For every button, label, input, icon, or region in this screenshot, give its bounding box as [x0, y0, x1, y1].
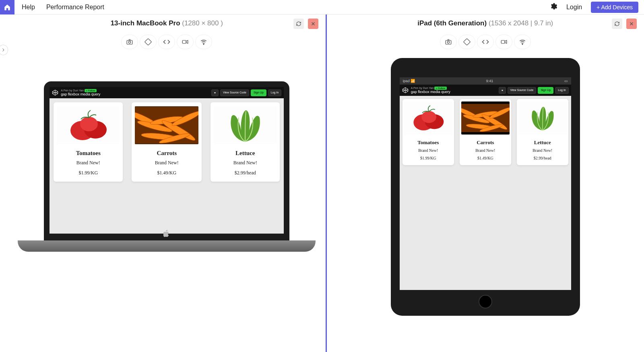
device-name: 13-inch MacBook Pro — [111, 19, 182, 27]
product-card: Lettuce Brand New! $2.99/head — [517, 99, 568, 165]
rotate-button[interactable] — [458, 35, 475, 49]
wifi-icon: 📶 — [411, 79, 415, 83]
pane-title: iPad (6th Generation) (1536 x 2048 | 9.7… — [327, 19, 644, 27]
network-button[interactable] — [195, 35, 212, 49]
heart-button[interactable] — [211, 89, 219, 96]
inspect-button[interactable] — [158, 35, 175, 49]
status-time: 9:41 — [486, 79, 493, 83]
home-icon — [4, 4, 11, 11]
product-image — [461, 101, 510, 135]
svg-marker-28 — [505, 40, 507, 43]
device-dimensions: (1536 x 2048 | 9.7 in) — [489, 19, 553, 27]
view-source-button[interactable]: View Source Code — [220, 89, 249, 96]
product-image — [214, 106, 277, 144]
refresh-button[interactable] — [293, 19, 304, 29]
network-button[interactable] — [514, 35, 531, 49]
product-name: Tomatoes — [76, 150, 101, 157]
product-name: Lettuce — [235, 150, 255, 157]
product-image — [135, 106, 198, 144]
macbook-viewport: Tomatoes Brand New! $1.99/KG — [50, 98, 284, 234]
codepen-bar: A Pen by Dun Yan + Follow gap flexbox me… — [400, 85, 571, 96]
chevron-right-icon — [1, 48, 6, 52]
codepen-icon — [402, 87, 409, 93]
codepen-author: A Pen by Dun Yan — [411, 87, 434, 89]
product-image — [57, 106, 120, 144]
product-image — [518, 101, 567, 135]
product-name: Carrots — [157, 150, 177, 157]
screenshot-button[interactable] — [121, 35, 138, 49]
svg-rect-5 — [183, 40, 186, 43]
svg-point-25 — [447, 41, 449, 43]
codepen-title: gap flexbox media query — [411, 90, 450, 94]
nav-help[interactable]: Help — [22, 4, 35, 11]
follow-button[interactable]: + Follow — [434, 87, 447, 90]
follow-button[interactable]: + Follow — [85, 89, 97, 92]
product-price: $2.99/head — [235, 170, 256, 176]
add-devices-button[interactable]: + Add Devices — [591, 2, 638, 13]
ipad-home-button[interactable] — [479, 295, 492, 309]
product-name: Lettuce — [534, 139, 551, 146]
pane-title: 13-inch MacBook Pro (1280 × 800 ) — [8, 19, 326, 27]
apple-logo-icon — [163, 230, 170, 239]
settings-button[interactable] — [549, 2, 557, 12]
product-card: Carrots Brand New! $1.49/KG — [460, 99, 511, 165]
sidebar-expand-button[interactable] — [0, 45, 8, 55]
heart-icon — [502, 89, 503, 92]
product-card: Tomatoes Brand New! $1.99/KG — [54, 102, 123, 182]
refresh-button[interactable] — [612, 19, 622, 29]
home-button[interactable] — [0, 0, 14, 14]
record-button[interactable] — [495, 35, 512, 49]
product-price: $2.99/head — [534, 156, 551, 160]
product-badge: Brand New! — [155, 160, 179, 166]
macbook-mock: A Pen by Dun Yan + Follow gap flexbox me… — [18, 81, 316, 252]
close-pane-button[interactable] — [626, 19, 637, 29]
login-button[interactable]: Log In — [555, 87, 568, 94]
product-name: Tomatoes — [417, 139, 439, 146]
rotate-icon — [144, 38, 152, 46]
main: 13-inch MacBook Pro (1280 × 800 ) A Pen … — [0, 14, 644, 352]
refresh-icon — [614, 21, 620, 27]
product-price: $1.49/KG — [157, 170, 176, 176]
product-badge: Brand New! — [76, 160, 100, 166]
svg-point-7 — [204, 44, 204, 45]
rotate-icon — [463, 38, 471, 46]
svg-point-3 — [129, 41, 131, 43]
code-icon — [481, 38, 489, 46]
svg-rect-27 — [501, 40, 505, 43]
product-badge: Brand New! — [233, 160, 257, 166]
rotate-button[interactable] — [140, 35, 157, 49]
gear-icon — [549, 2, 557, 10]
svg-point-13 — [80, 117, 98, 131]
record-button[interactable] — [177, 35, 194, 49]
product-price: $1.49/KG — [477, 156, 493, 160]
close-icon — [629, 21, 634, 26]
product-badge: Brand New! — [475, 148, 495, 153]
heart-icon — [214, 91, 216, 95]
device-dimensions: (1280 × 800 ) — [182, 19, 223, 27]
pane-ipad: iPad (6th Generation) (1536 x 2048 | 9.7… — [327, 14, 644, 352]
product-image — [404, 101, 452, 135]
close-pane-button[interactable] — [308, 19, 318, 29]
svg-marker-6 — [186, 40, 188, 43]
view-source-button[interactable]: View Source Code — [508, 87, 537, 94]
login-button[interactable]: Log In — [268, 89, 281, 96]
refresh-icon — [296, 21, 301, 27]
codepen-author: A Pen by Dun Yan — [61, 89, 84, 92]
screenshot-button[interactable] — [440, 35, 457, 49]
codepen-bar: A Pen by Dun Yan + Follow gap flexbox me… — [50, 87, 284, 98]
inspect-button[interactable] — [477, 35, 494, 49]
svg-rect-4 — [145, 39, 152, 46]
signup-button[interactable]: Sign Up — [251, 89, 266, 96]
nav-performance-report[interactable]: Performance Report — [46, 4, 104, 11]
close-icon — [311, 21, 316, 26]
heart-button[interactable] — [499, 87, 506, 94]
signup-button[interactable]: Sign Up — [538, 87, 553, 94]
login-link[interactable]: Login — [566, 4, 582, 11]
product-card: Tomatoes Brand New! $1.99/KG — [402, 99, 454, 165]
wifi-icon — [200, 38, 208, 46]
code-icon — [163, 38, 171, 46]
ipad-mock: ipad 📶 9:41 ▭ A Pen by Dun Yan + Follow … — [391, 58, 580, 316]
product-badge: Brand New! — [533, 148, 552, 153]
svg-point-35 — [421, 111, 436, 123]
product-price: $1.99/KG — [420, 156, 436, 160]
